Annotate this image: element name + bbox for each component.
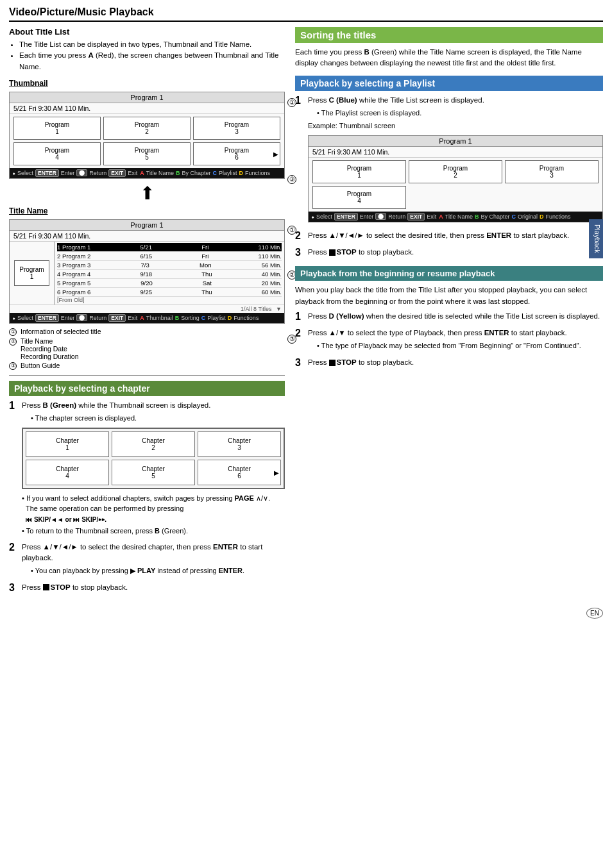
arrow-icon: ⬆: [9, 183, 285, 204]
title-name-info-row: 5/21 Fri 9:30 AM 110 Min.: [10, 231, 284, 242]
playlist-controls: ⬥ Select ENTER Enter ⬤ Return EXIT Exit: [309, 212, 602, 222]
playlist-example-label: Example: Thumbnail screen: [308, 121, 603, 131]
title-row-2: 2 Program 26/15Fri110 Min.: [57, 252, 282, 261]
annot-circle-2: ②: [9, 338, 17, 346]
program-cell-6: Program6 ▶: [193, 142, 280, 165]
chapter-cell-3: Chapter3: [198, 431, 281, 457]
playlist-step-2: 2 Press ▲/▼/◄/► to select the desired ti…: [295, 230, 603, 243]
title-name-controls: ⬥ Select ENTER Enter ⬤ Return EXIT Exit …: [10, 313, 284, 323]
chapter-step-1-text: Press B (Green) while the Thumbnail scre…: [22, 400, 285, 411]
playlist-step-num-1: 1: [295, 95, 305, 226]
playlist-section: Playback by selecting a Playlist 1 Press…: [295, 76, 603, 260]
scroll-arrow: ▼: [276, 306, 282, 312]
playlist-step-2-content: Press ▲/▼/◄/► to select the desired titl…: [308, 230, 603, 243]
page-bottom: EN: [9, 608, 603, 619]
playlist-program-grid: Program1 Program2 Program3 Program4: [309, 158, 602, 212]
resume-step-1-text: Press D (Yellow) when the desired title …: [308, 311, 603, 322]
chapter-return-bullet: • To return to the Thumbnail screen, pre…: [22, 526, 285, 537]
btn-a-3-label: Title Name: [445, 213, 473, 220]
resume-step-num-1: 1: [295, 311, 305, 324]
chapter-step-3-text: Press STOP to stop playback.: [22, 582, 285, 593]
exit-btn-3: EXIT: [407, 213, 425, 221]
page: Video/Picture/Music Playback About Title…: [0, 0, 612, 625]
chapter-step-2: 2 Press ▲/▼/◄/► to select the desired ch…: [9, 542, 285, 578]
annot-circle-3: ③: [9, 362, 17, 370]
select-icon: ⬥: [12, 170, 15, 176]
annot-text-2: Title NameRecording DateRecording Durati…: [21, 337, 78, 360]
about-bullet-1: The Title List can be displayed in two t…: [19, 39, 285, 50]
resume-step-1: 1 Press D (Yellow) when the desired titl…: [295, 311, 603, 324]
title-row-3: 3 Program 37/3Mon56 Min.: [57, 261, 282, 270]
enter-label-2: Enter: [61, 315, 75, 321]
chapter-step-num-2: 2: [9, 542, 19, 578]
select-label-3: Select: [316, 213, 332, 220]
btn-c-2: C: [201, 315, 206, 321]
chapter-page-bullet: • If you want to select additional chapt…: [22, 493, 285, 525]
return-btn: ⬤: [76, 169, 87, 176]
right-column: Sorting the titles Each time you press B…: [295, 27, 603, 370]
chapter-step-1: 1 Press B (Green) while the Thumbnail sc…: [9, 400, 285, 538]
annot-text-3: Button Guide: [21, 362, 60, 370]
btn-c-2-label: Playlist: [207, 315, 226, 321]
resume-step-2-bullet: The type of Playback may be selected fro…: [317, 340, 603, 351]
stop-icon-1: [43, 584, 49, 590]
btn-c-3: C: [512, 213, 516, 220]
title-list-right: 1 Program 15/21Fri110 Min. 2 Program 26/…: [55, 242, 284, 305]
return-btn-3: ⬤: [375, 213, 386, 220]
playlist-ctrl-row1: ⬥ Select ENTER Enter ⬤ Return EXIT Exit: [311, 213, 436, 221]
title-count: 1/All 8 Titles: [241, 306, 272, 312]
playlist-heading-text: Playback by selecting a Playlist: [300, 78, 435, 88]
btn-a-2: A: [140, 315, 144, 321]
chapter-step-3: 3 Press STOP to stop playback.: [9, 582, 285, 595]
title-row-1: 1 Program 15/21Fri110 Min.: [57, 243, 282, 252]
chapter-cell-5: Chapter5: [112, 460, 195, 485]
exit-label-3: Exit: [427, 213, 436, 220]
playlist-ctrl-row2: A Title Name B By Chapter C Original D F…: [439, 213, 570, 220]
sorting-section: Sorting the titles Each time you press B…: [295, 27, 603, 69]
playlist-step-1: 1 Press C (Blue) while the Title List sc…: [295, 95, 603, 226]
playback-tab: Playback: [589, 219, 603, 258]
chapter-section-heading: Playback by selecting a chapter: [9, 381, 285, 396]
enter-btn: ENTER: [35, 169, 59, 177]
select-icon-2: ⬥: [12, 315, 15, 321]
chapter-screen: Chapter1 Chapter2 Chapter3 Chapter4 Chap…: [22, 428, 285, 489]
chapter-step-1-content: Press B (Green) while the Thumbnail scre…: [22, 400, 285, 538]
chapter-step-num-3: 3: [9, 582, 19, 595]
annot-text-1: Information of selected title: [21, 328, 101, 336]
playlist-program-3: Program3: [505, 160, 599, 183]
chapter-cell-4: Chapter4: [26, 460, 109, 485]
enter-btn-3: ENTER: [334, 213, 358, 221]
btn-d: D: [239, 170, 244, 176]
select-label-2: Select: [17, 315, 33, 321]
btn-a-2-label: Thumbnail: [146, 315, 173, 321]
title-name-header: Program 1: [10, 220, 284, 231]
right-wrapper: Sorting the titles Each time you press B…: [295, 27, 603, 601]
title-list-footer: 1/All 8 Titles ▼: [10, 305, 284, 313]
thumbnail-screen: Program 1 5/21 Fri 9:30 AM 110 Min. Prog…: [9, 92, 285, 179]
about-title-list-section: About Title List The Title List can be d…: [9, 27, 285, 72]
thumbnail-info-row: 5/21 Fri 9:30 AM 110 Min.: [10, 103, 284, 114]
left-divider: [9, 375, 285, 376]
page-header: Video/Picture/Music Playback: [9, 6, 603, 22]
sorting-text: Each time you press B (Green) while the …: [295, 47, 603, 69]
title-name-screen: Program 1 5/21 Fri 9:30 AM 110 Min. Prog…: [9, 219, 285, 324]
btn-b-3: B: [475, 213, 479, 220]
playlist-screen-header: Program 1: [309, 136, 602, 147]
program-cell-3: Program3: [193, 117, 280, 140]
chapter-step-3-content: Press STOP to stop playback.: [22, 582, 285, 595]
thumbnail-label: Thumbnail: [9, 79, 285, 88]
playlist-step-3: 3 Press STOP to stop playback.: [295, 247, 603, 260]
page-title: Video/Picture/Music Playback: [9, 6, 603, 18]
title-name-info-text: 5/21 Fri 9:30 AM 110 Min.: [13, 232, 90, 240]
btn-d-2-label: Functions: [234, 315, 259, 321]
resume-step-3-text: Press STOP to stop playback.: [308, 357, 603, 368]
resume-step-num-3: 3: [295, 357, 305, 370]
playlist-step-num-2: 2: [295, 230, 305, 243]
btn-c-label: Playlist: [219, 170, 237, 176]
resume-step-3-content: Press STOP to stop playback.: [308, 357, 603, 370]
stop-icon-3: [329, 360, 336, 366]
thumbnail-program-grid: Program1 Program2 Program3 Program4 Prog…: [10, 114, 284, 168]
title-row-5: 5 Program 59/20Sat20 Min.: [57, 279, 282, 288]
main-content: About Title List The Title List can be d…: [9, 27, 603, 601]
btn-d-label: Functions: [245, 170, 270, 176]
